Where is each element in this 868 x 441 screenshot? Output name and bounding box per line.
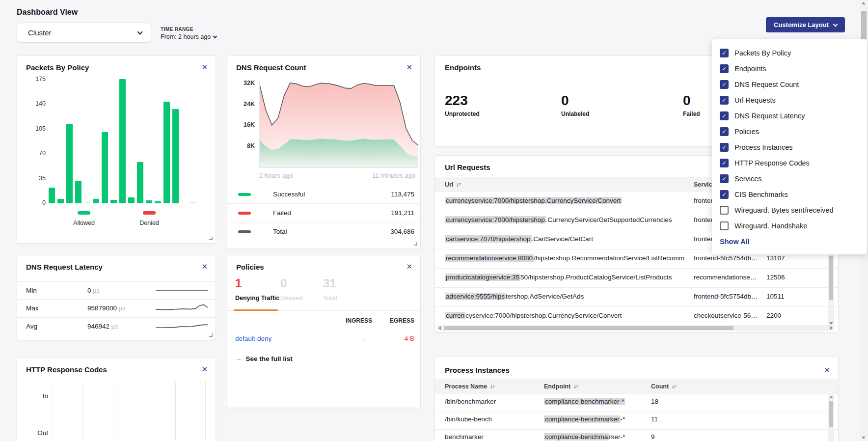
table-row[interactable]: /bin/benchmarkercompliance-benchmarker-*…	[435, 394, 838, 412]
policy-row[interactable]: default-deny – 4 B	[227, 329, 420, 348]
resize-handle-icon[interactable]	[209, 237, 213, 240]
scroll-right-icon[interactable]	[830, 326, 833, 330]
latency-row: Max95879000 µs	[17, 299, 216, 317]
process-instances-table: /bin/benchmarkercompliance-benchmarker-*…	[435, 394, 838, 441]
checkbox[interactable]: ✓	[720, 159, 729, 167]
bar-allowed	[93, 199, 99, 203]
checkbox[interactable]: ✓	[720, 174, 729, 183]
close-icon[interactable]: ✕	[405, 62, 413, 73]
bar-allowed	[110, 200, 117, 203]
latency-label: Min	[26, 287, 37, 294]
resize-handle-icon[interactable]	[414, 242, 417, 246]
see-full-list-link[interactable]: → See the full list	[235, 355, 293, 362]
bar-allowed	[163, 102, 170, 203]
scroll-down-icon[interactable]	[829, 322, 833, 325]
customize-layout-button[interactable]: Customize Layout	[766, 17, 845, 32]
table-row[interactable]: adservice:9555/hipstershop.AdService/Get…	[435, 288, 838, 307]
latency-unit: µs	[93, 287, 99, 294]
bar-allowed	[49, 188, 55, 203]
close-icon[interactable]: ✕	[823, 365, 831, 376]
widget-toggle-item[interactable]: Wireguard. Bytes sent/received	[720, 202, 867, 218]
close-icon[interactable]: ✕	[405, 261, 413, 272]
endpoint-stat: 0Failed	[683, 93, 700, 117]
sort-icon[interactable]	[573, 384, 579, 389]
scroll-down-icon[interactable]	[862, 437, 866, 439]
arrow-right-icon: →	[235, 355, 242, 362]
sort-icon[interactable]	[456, 182, 461, 188]
policies-stat-tab[interactable]: 31Total	[323, 277, 337, 302]
table-row[interactable]: benchmarkercompliance-benchmarker-*9	[435, 430, 838, 441]
latency-value: 95879000 µs	[87, 304, 125, 312]
url-cell: cartservice:7070/hipstershop.CartService…	[445, 235, 688, 243]
row-label: Out	[26, 429, 48, 437]
checkbox[interactable]: ✓	[720, 127, 729, 136]
stat-value: 223	[445, 93, 480, 109]
widget-toggle-item[interactable]: ✓Endpoints	[720, 61, 867, 77]
endpoint-cell: compliance-benchmarker-*	[544, 415, 645, 423]
legend-swatch	[143, 211, 156, 215]
highlighted-text: currencyservice:7000/hipstershop	[445, 216, 546, 223]
policies-stat-tab[interactable]: 1Denying Traffic	[235, 277, 279, 302]
column-header-url[interactable]: Url	[445, 177, 461, 192]
column-header-process-name[interactable]: Process Name	[445, 379, 495, 394]
bar-allowed	[102, 132, 108, 203]
checkbox[interactable]	[720, 221, 729, 230]
legend-swatch	[238, 212, 251, 215]
checkbox[interactable]: ✓	[720, 49, 729, 57]
table-row[interactable]: /bin/kube-benchcompliance-benchmarker-*1…	[435, 412, 838, 430]
checkbox[interactable]: ✓	[720, 111, 729, 120]
close-icon[interactable]: ✕	[200, 261, 209, 272]
widget-toggle-item[interactable]: ✓DNS Request Latency	[720, 108, 867, 124]
process-name-cell: /bin/kube-bench	[445, 415, 538, 423]
checkbox[interactable]: ✓	[720, 190, 729, 199]
dashboard-page: Dashboard View Cluster TIME RANGE From: …	[0, 0, 868, 441]
chevron-down-icon	[213, 34, 217, 38]
table-row[interactable]: currencyservice:7000/hipstershop.Currenc…	[435, 307, 838, 326]
column-header-count[interactable]: Count	[651, 379, 677, 394]
scroll-up-icon[interactable]	[829, 396, 833, 398]
policies-stat-tab[interactable]: 0Unused	[280, 277, 303, 302]
time-range-value[interactable]: From: 2 hours ago	[161, 33, 217, 40]
widget-toggle-item[interactable]: ✓CIS Benchmarks	[720, 187, 867, 202]
close-icon[interactable]: ✕	[200, 364, 209, 375]
resize-handle-icon[interactable]	[209, 333, 213, 337]
checkbox[interactable]: ✓	[720, 64, 729, 73]
latency-label: Avg	[26, 323, 37, 330]
count-cell: 10511	[766, 293, 811, 300]
close-icon[interactable]: ✕	[200, 62, 209, 73]
widget-toggle-item[interactable]: Wireguard. Handshake	[720, 218, 867, 234]
view-select[interactable]: Cluster	[17, 23, 151, 43]
legend-swatch	[238, 193, 251, 196]
widget-toggle-item[interactable]: ✓Services	[720, 171, 867, 187]
widget-toggle-item[interactable]: ✓Packets By Policy	[720, 45, 867, 61]
checkbox[interactable]: ✓	[720, 80, 729, 89]
count-cell: 2200	[766, 312, 811, 319]
scrollbar-vertical[interactable]	[828, 394, 834, 441]
checkbox[interactable]: ✓	[720, 96, 729, 105]
stat-value: 0	[280, 277, 303, 290]
sort-icon[interactable]	[672, 384, 677, 389]
count-cell: 13107	[766, 254, 811, 262]
table-row[interactable]: productcatalogservice:3550/hipstershop.P…	[435, 269, 838, 288]
highlighted-text: currencyservice:7000/hipstershop.Currenc…	[445, 197, 622, 204]
checkbox-label: CIS Benchmarks	[734, 191, 788, 198]
column-header-endpoint[interactable]: Endpoint	[544, 379, 579, 394]
widget-toggle-item[interactable]: ✓DNS Request Count	[720, 77, 867, 92]
card-title: Packets By Policy	[26, 63, 89, 72]
show-all-link[interactable]: Show All	[720, 238, 750, 246]
policy-name-link[interactable]: default-deny	[235, 335, 271, 342]
scrollbar-horizontal[interactable]	[437, 325, 834, 331]
widget-toggle-item[interactable]: ✓HTTP Response Codes	[720, 155, 867, 171]
widget-toggle-item[interactable]: ✓Process Instances	[720, 139, 867, 155]
x-axis-label: 2 hours ago	[259, 172, 293, 179]
widget-toggle-item[interactable]: ✓Policies	[720, 124, 867, 139]
stat-value: 0	[561, 93, 589, 109]
endpoint-stat: 0Unlabeled	[561, 93, 589, 117]
highlighted-text: curren	[445, 312, 465, 319]
checkbox[interactable]: ✓	[720, 143, 729, 152]
checkbox[interactable]	[720, 206, 729, 215]
widget-toggle-item[interactable]: ✓Url Requests	[720, 92, 867, 108]
sort-icon[interactable]	[490, 384, 495, 389]
scroll-up-icon[interactable]	[862, 2, 866, 4]
scroll-left-icon[interactable]	[438, 326, 441, 330]
